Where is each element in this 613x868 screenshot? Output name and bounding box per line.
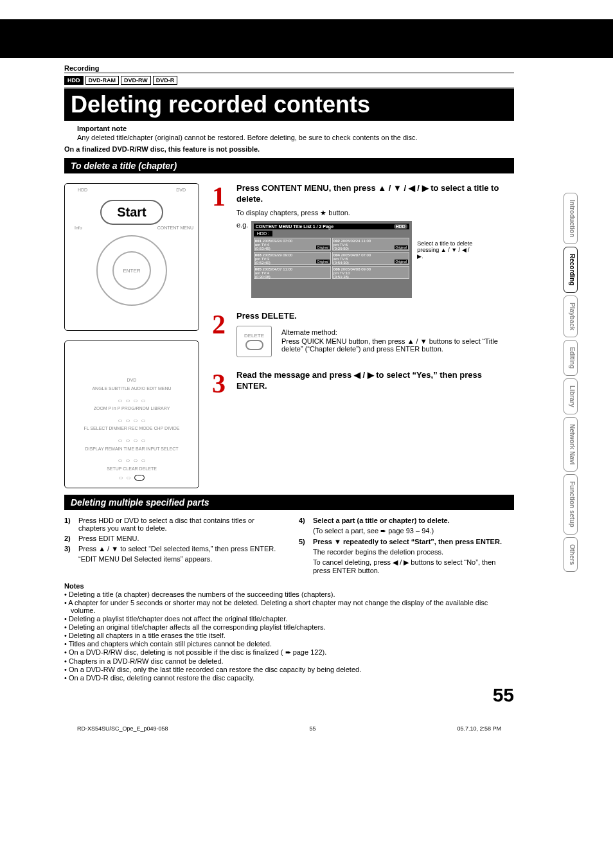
tl-hdd-icon: HDD <box>394 224 407 229</box>
top-black-bar <box>0 19 613 58</box>
left-steps-list: 1)Press HDD or DVD to select a disc that… <box>64 517 280 553</box>
tab-network-navi[interactable]: Network Navi <box>564 417 578 472</box>
eg-label: e.g. <box>236 221 248 229</box>
note-item: Deleting all chapters in a title erases … <box>64 632 514 639</box>
note-item: On a DVD-RW disc, only the last title re… <box>64 666 514 673</box>
remote-row-5: SETUP CLEAR DELETE <box>107 465 157 474</box>
tab-function-setup[interactable]: Function setup <box>564 474 578 535</box>
step-1-number: 1 <box>212 183 231 298</box>
note-item: Chapters in a DVD-R/RW disc cannot be de… <box>64 657 514 665</box>
title-list-screenshot: CONTENT MENU Title List 1 / 2 Page HDD H… <box>251 221 412 298</box>
remote-bottom-panel: DVD ANGLE SUBTITLE AUDIO EDIT MENU ⬭ ⬭ ⬭… <box>64 341 199 488</box>
info-label: Info <box>75 226 82 230</box>
dvd-label: DVD <box>176 188 186 192</box>
tab-recording[interactable]: Recording <box>564 247 578 292</box>
section-label: Recording <box>64 64 514 73</box>
note-item: Deleting a title (a chapter) decreases t… <box>64 590 514 598</box>
right-step5-sub: The recorder begins the deletion process… <box>313 548 514 556</box>
footer: RD-XS54SU/SC_Ope_E_p049-058 55 05.7.10, … <box>64 725 514 732</box>
subheading-multiple-parts: Deleting multiple specified parts <box>64 495 514 510</box>
tab-playback[interactable]: Playback <box>564 296 578 337</box>
select-title-annotation: Select a title to delete pressing ▲ / ▼ … <box>417 221 475 260</box>
title-list-cell: 002 2005/03/24 11:00pm TV:6(0:29:50)Orig… <box>332 238 409 251</box>
remote-row-4: DISPLAY REMAIN TIME BAR INPUT SELECT <box>85 445 179 454</box>
note-item: On a DVD-R disc, deleting cannot restore… <box>64 674 514 682</box>
note-item: Deleting a playlist title/chapter does n… <box>64 615 514 623</box>
tab-others[interactable]: Others <box>564 537 578 572</box>
hdd-label: HDD <box>78 188 87 192</box>
remote-row-1: ANGLE SUBTITLE AUDIO EDIT MENU <box>92 385 171 393</box>
badge-hdd: HDD <box>64 76 84 85</box>
notes-list: Deleting a title (a chapter) decreases t… <box>64 590 514 682</box>
notes-heading: Notes <box>64 582 514 590</box>
tab-editing[interactable]: Editing <box>564 340 578 376</box>
step-3-heading: Read the message and press ◀ / ▶ to sele… <box>236 370 514 392</box>
important-note-label: Important note <box>77 125 514 132</box>
subheading-delete-title: To delete a title (chapter) <box>64 158 514 173</box>
note-item: Titles and chapters which contain still … <box>64 640 514 648</box>
delete-button-label: DELETE <box>244 333 264 339</box>
title-list-cell: 006 2005/04/08 09:00pm TV:10(0:51:28) <box>332 266 409 279</box>
remote-row-2: ZOOM P in P PROG/RNDM LIBRARY <box>94 405 170 413</box>
remote-row-3: FL SELECT DIMMER REC MODE CHP DIVIDE <box>84 425 180 433</box>
badge-dvd-rw: DVD-RW <box>121 76 151 85</box>
footer-mid: 55 <box>310 725 316 732</box>
title-list-cell: 003 2005/03/29 09:00pm TV:3(0:52:40)Orig… <box>254 252 331 265</box>
left-sub-text: “EDIT MENU Del Selected items” appears. <box>78 555 280 563</box>
page-title: Deleting recorded contents <box>64 87 514 121</box>
note-item: A chapter for under 5 seconds or shorter… <box>64 599 514 614</box>
media-badges: HDD DVD-RAM DVD-RW DVD-R <box>64 76 514 85</box>
step-3-number: 3 <box>212 370 231 397</box>
alt-method-label: Alternate method: <box>281 328 514 336</box>
right-steps-list: 4)Select a part (a title or chapter) to … <box>299 517 514 524</box>
step-1-heading: Press CONTENT MENU, then press ▲ / ▼ / ◀… <box>236 183 514 205</box>
page-number: 55 <box>64 684 514 706</box>
title-list-cell: 004 2005/04/07 07:00am TV:8(0:54:30)Orig… <box>332 252 409 265</box>
oval-button-icon <box>245 340 263 350</box>
right-step5-sub2: To cancel deleting, press ◀ / ▶ buttons … <box>313 558 514 574</box>
tl-hdd-label: HDD : <box>254 231 272 236</box>
tl-header-text: CONTENT MENU Title List 1 / 2 Page <box>256 224 333 229</box>
step-1-text: To display chapters, press ★ button. <box>236 209 514 217</box>
alt-method-text: Press QUICK MENU button, then press ▲ / … <box>281 337 514 353</box>
badge-dvd-ram: DVD-RAM <box>85 76 120 85</box>
step-2-heading: Press DELETE. <box>236 311 514 322</box>
title-list-cell: 005 2005/04/07 11:00am TV:4(0:30:08) <box>254 266 331 279</box>
note-item: On a DVD-R/RW disc, deleting is not poss… <box>64 648 514 657</box>
side-tabs: Introduction Recording Playback Editing … <box>564 193 578 572</box>
enter-button-icon: ENTER <box>112 251 151 290</box>
right-step4-sub: (To select a part, see ➨ page 93 – 94.) <box>313 527 514 535</box>
tab-library[interactable]: Library <box>564 378 578 414</box>
finalized-note: On a finalized DVD-R/RW disc, this featu… <box>64 145 514 153</box>
tab-introduction[interactable]: Introduction <box>564 193 578 244</box>
remote-top-panel: HDD DVD Start Info CONTENT MENU ENTER <box>64 183 199 331</box>
start-label: Start <box>100 200 163 225</box>
remote-row-dvd: DVD <box>127 376 137 385</box>
delete-button-icon: DELETE <box>236 326 272 357</box>
title-list-cell: 001 2005/03/24 07:00am TV:4(0:53:45)Orig… <box>254 238 331 251</box>
important-note-text: Any deleted title/chapter (original) can… <box>77 134 514 141</box>
content-menu-label: CONTENT MENU <box>157 226 193 230</box>
note-item: Deleting an original title/chapter affec… <box>64 623 514 631</box>
footer-right: 05.7.10, 2:58 PM <box>457 725 501 732</box>
nav-pad-icon: ENTER <box>96 235 167 306</box>
step-2-number: 2 <box>212 311 231 357</box>
badge-dvd-r: DVD-R <box>153 76 178 85</box>
footer-left: RD-XS54SU/SC_Ope_E_p049-058 <box>77 725 168 732</box>
